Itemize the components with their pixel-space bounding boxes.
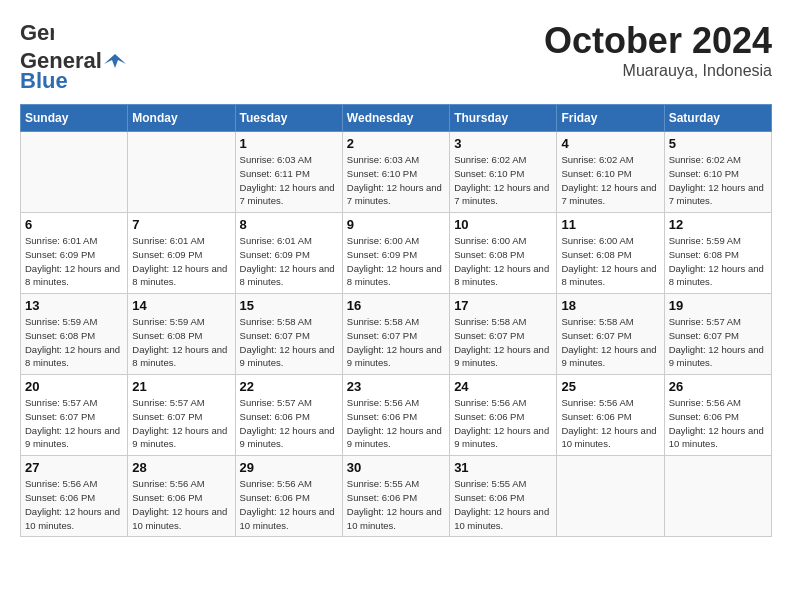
logo-blue: Blue	[20, 68, 68, 94]
calendar-cell	[128, 132, 235, 213]
calendar-cell: 21Sunrise: 5:57 AM Sunset: 6:07 PM Dayli…	[128, 375, 235, 456]
day-info: Sunrise: 5:57 AM Sunset: 6:06 PM Dayligh…	[240, 396, 338, 451]
title-block: October 2024 Muarauya, Indonesia	[544, 20, 772, 80]
calendar-cell: 2Sunrise: 6:03 AM Sunset: 6:10 PM Daylig…	[342, 132, 449, 213]
day-info: Sunrise: 5:56 AM Sunset: 6:06 PM Dayligh…	[240, 477, 338, 532]
day-info: Sunrise: 6:01 AM Sunset: 6:09 PM Dayligh…	[25, 234, 123, 289]
calendar-cell: 12Sunrise: 5:59 AM Sunset: 6:08 PM Dayli…	[664, 213, 771, 294]
day-number: 5	[669, 136, 767, 151]
week-row-3: 13Sunrise: 5:59 AM Sunset: 6:08 PM Dayli…	[21, 294, 772, 375]
day-number: 13	[25, 298, 123, 313]
calendar-cell: 19Sunrise: 5:57 AM Sunset: 6:07 PM Dayli…	[664, 294, 771, 375]
calendar-cell: 9Sunrise: 6:00 AM Sunset: 6:09 PM Daylig…	[342, 213, 449, 294]
day-number: 7	[132, 217, 230, 232]
day-number: 8	[240, 217, 338, 232]
calendar-cell: 4Sunrise: 6:02 AM Sunset: 6:10 PM Daylig…	[557, 132, 664, 213]
week-row-2: 6Sunrise: 6:01 AM Sunset: 6:09 PM Daylig…	[21, 213, 772, 294]
day-number: 22	[240, 379, 338, 394]
calendar-cell: 3Sunrise: 6:02 AM Sunset: 6:10 PM Daylig…	[450, 132, 557, 213]
day-number: 14	[132, 298, 230, 313]
day-number: 10	[454, 217, 552, 232]
weekday-header-monday: Monday	[128, 105, 235, 132]
day-number: 6	[25, 217, 123, 232]
day-number: 31	[454, 460, 552, 475]
day-info: Sunrise: 5:56 AM Sunset: 6:06 PM Dayligh…	[454, 396, 552, 451]
weekday-header-row: SundayMondayTuesdayWednesdayThursdayFrid…	[21, 105, 772, 132]
calendar-cell	[21, 132, 128, 213]
day-number: 18	[561, 298, 659, 313]
day-number: 2	[347, 136, 445, 151]
svg-text:General: General	[20, 20, 54, 45]
calendar-table: SundayMondayTuesdayWednesdayThursdayFrid…	[20, 104, 772, 537]
day-number: 9	[347, 217, 445, 232]
day-number: 26	[669, 379, 767, 394]
calendar-cell: 22Sunrise: 5:57 AM Sunset: 6:06 PM Dayli…	[235, 375, 342, 456]
day-info: Sunrise: 6:00 AM Sunset: 6:08 PM Dayligh…	[561, 234, 659, 289]
day-info: Sunrise: 5:58 AM Sunset: 6:07 PM Dayligh…	[561, 315, 659, 370]
calendar-cell: 14Sunrise: 5:59 AM Sunset: 6:08 PM Dayli…	[128, 294, 235, 375]
logo: General General Blue	[20, 20, 126, 94]
day-info: Sunrise: 6:02 AM Sunset: 6:10 PM Dayligh…	[669, 153, 767, 208]
logo-icon: General	[20, 20, 54, 48]
day-info: Sunrise: 6:03 AM Sunset: 6:11 PM Dayligh…	[240, 153, 338, 208]
location: Muarauya, Indonesia	[544, 62, 772, 80]
calendar-cell: 30Sunrise: 5:55 AM Sunset: 6:06 PM Dayli…	[342, 456, 449, 537]
calendar-cell: 25Sunrise: 5:56 AM Sunset: 6:06 PM Dayli…	[557, 375, 664, 456]
day-info: Sunrise: 5:57 AM Sunset: 6:07 PM Dayligh…	[669, 315, 767, 370]
day-info: Sunrise: 6:02 AM Sunset: 6:10 PM Dayligh…	[561, 153, 659, 208]
day-info: Sunrise: 5:56 AM Sunset: 6:06 PM Dayligh…	[561, 396, 659, 451]
day-info: Sunrise: 5:59 AM Sunset: 6:08 PM Dayligh…	[25, 315, 123, 370]
day-number: 27	[25, 460, 123, 475]
week-row-1: 1Sunrise: 6:03 AM Sunset: 6:11 PM Daylig…	[21, 132, 772, 213]
calendar-cell: 28Sunrise: 5:56 AM Sunset: 6:06 PM Dayli…	[128, 456, 235, 537]
weekday-header-sunday: Sunday	[21, 105, 128, 132]
calendar-cell: 15Sunrise: 5:58 AM Sunset: 6:07 PM Dayli…	[235, 294, 342, 375]
calendar-cell: 27Sunrise: 5:56 AM Sunset: 6:06 PM Dayli…	[21, 456, 128, 537]
day-number: 19	[669, 298, 767, 313]
calendar-cell: 6Sunrise: 6:01 AM Sunset: 6:09 PM Daylig…	[21, 213, 128, 294]
day-number: 12	[669, 217, 767, 232]
calendar-cell: 1Sunrise: 6:03 AM Sunset: 6:11 PM Daylig…	[235, 132, 342, 213]
logo-bird-icon	[104, 50, 126, 72]
day-info: Sunrise: 5:59 AM Sunset: 6:08 PM Dayligh…	[669, 234, 767, 289]
day-info: Sunrise: 5:56 AM Sunset: 6:06 PM Dayligh…	[25, 477, 123, 532]
day-info: Sunrise: 5:57 AM Sunset: 6:07 PM Dayligh…	[132, 396, 230, 451]
day-info: Sunrise: 6:02 AM Sunset: 6:10 PM Dayligh…	[454, 153, 552, 208]
day-info: Sunrise: 5:58 AM Sunset: 6:07 PM Dayligh…	[454, 315, 552, 370]
day-info: Sunrise: 6:01 AM Sunset: 6:09 PM Dayligh…	[132, 234, 230, 289]
calendar-cell: 8Sunrise: 6:01 AM Sunset: 6:09 PM Daylig…	[235, 213, 342, 294]
day-info: Sunrise: 5:56 AM Sunset: 6:06 PM Dayligh…	[669, 396, 767, 451]
day-info: Sunrise: 5:58 AM Sunset: 6:07 PM Dayligh…	[240, 315, 338, 370]
day-info: Sunrise: 5:55 AM Sunset: 6:06 PM Dayligh…	[347, 477, 445, 532]
day-number: 15	[240, 298, 338, 313]
day-number: 16	[347, 298, 445, 313]
calendar-cell: 7Sunrise: 6:01 AM Sunset: 6:09 PM Daylig…	[128, 213, 235, 294]
calendar-cell: 23Sunrise: 5:56 AM Sunset: 6:06 PM Dayli…	[342, 375, 449, 456]
day-number: 3	[454, 136, 552, 151]
day-number: 21	[132, 379, 230, 394]
day-info: Sunrise: 5:58 AM Sunset: 6:07 PM Dayligh…	[347, 315, 445, 370]
weekday-header-thursday: Thursday	[450, 105, 557, 132]
day-info: Sunrise: 5:55 AM Sunset: 6:06 PM Dayligh…	[454, 477, 552, 532]
calendar-cell: 5Sunrise: 6:02 AM Sunset: 6:10 PM Daylig…	[664, 132, 771, 213]
day-number: 20	[25, 379, 123, 394]
day-info: Sunrise: 5:59 AM Sunset: 6:08 PM Dayligh…	[132, 315, 230, 370]
weekday-header-tuesday: Tuesday	[235, 105, 342, 132]
day-number: 4	[561, 136, 659, 151]
svg-marker-1	[104, 54, 126, 68]
calendar-cell: 10Sunrise: 6:00 AM Sunset: 6:08 PM Dayli…	[450, 213, 557, 294]
day-number: 30	[347, 460, 445, 475]
day-info: Sunrise: 5:56 AM Sunset: 6:06 PM Dayligh…	[132, 477, 230, 532]
calendar-cell: 18Sunrise: 5:58 AM Sunset: 6:07 PM Dayli…	[557, 294, 664, 375]
day-info: Sunrise: 6:00 AM Sunset: 6:08 PM Dayligh…	[454, 234, 552, 289]
calendar-cell: 31Sunrise: 5:55 AM Sunset: 6:06 PM Dayli…	[450, 456, 557, 537]
calendar-cell: 11Sunrise: 6:00 AM Sunset: 6:08 PM Dayli…	[557, 213, 664, 294]
day-info: Sunrise: 6:00 AM Sunset: 6:09 PM Dayligh…	[347, 234, 445, 289]
weekday-header-saturday: Saturday	[664, 105, 771, 132]
day-number: 24	[454, 379, 552, 394]
day-number: 1	[240, 136, 338, 151]
calendar-cell	[664, 456, 771, 537]
calendar-cell	[557, 456, 664, 537]
day-number: 11	[561, 217, 659, 232]
month-title: October 2024	[544, 20, 772, 62]
